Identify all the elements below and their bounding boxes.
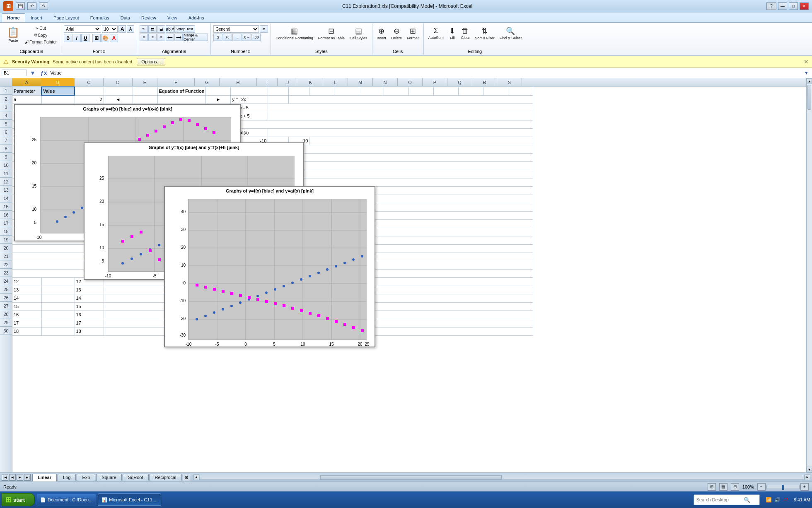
cell-G1[interactable] [206, 87, 231, 95]
cell-styles-button[interactable]: ▤ Cell Styles [348, 25, 370, 41]
alignment-expand-icon[interactable]: ⊡ [183, 50, 186, 53]
sheet-tab-sqroot[interactable]: SqRoot [123, 474, 149, 481]
tab-addins[interactable]: Add-Ins [183, 13, 210, 22]
sheet-tab-reciprocal[interactable]: Reciprocal [150, 474, 182, 481]
cell-A2[interactable]: a [12, 95, 41, 104]
cell-E2[interactable] [133, 95, 157, 104]
page-break-view-btn[interactable]: ⊟ [731, 483, 739, 491]
cell-I4[interactable] [268, 112, 533, 120]
cell-J2[interactable] [289, 95, 533, 104]
clipboard-expand-icon[interactable]: ⊡ [40, 50, 43, 53]
paste-button[interactable]: 📋 Paste [4, 25, 22, 44]
scroll-thumb-h[interactable] [320, 475, 502, 479]
fill-button[interactable]: ⬇ Fill [447, 25, 458, 41]
cell-R1[interactable] [483, 87, 508, 95]
format-cells-button[interactable]: ⊞ Format [405, 25, 421, 41]
col-header-J[interactable]: J [278, 78, 298, 86]
scroll-track-v[interactable] [807, 84, 812, 467]
undo-btn[interactable]: ↶ [27, 2, 36, 10]
scroll-track-h[interactable] [199, 475, 805, 480]
cell-A1[interactable]: Parameter [12, 87, 41, 95]
cell-I6[interactable] [268, 128, 533, 137]
row-header-17[interactable]: 17 [0, 219, 12, 227]
cell-M1[interactable] [359, 87, 384, 95]
italic-button[interactable]: I [72, 34, 81, 42]
zoom-in-btn[interactable]: + [800, 483, 809, 491]
cell-B1[interactable]: Value [41, 87, 75, 95]
row-header-1[interactable]: 1 [0, 87, 12, 95]
cell-C27[interactable]: 15 [75, 302, 104, 311]
cell-B24[interactable] [41, 277, 75, 286]
insert-cells-button[interactable]: ⊕ Insert [375, 25, 389, 41]
decrease-font-btn[interactable]: A [127, 25, 134, 33]
comma-btn[interactable]: , [232, 34, 242, 41]
bold-button[interactable]: B [64, 34, 72, 42]
tab-page-layout[interactable]: Page Layout [48, 13, 85, 22]
cell-A27[interactable]: 15 [12, 302, 41, 311]
conditional-formatting-button[interactable]: ▦ Conditional Formatting [273, 25, 315, 41]
col-header-L[interactable]: L [323, 78, 348, 86]
cell-I1[interactable] [268, 87, 289, 95]
wrap-text-button[interactable]: Wrap Text [174, 25, 195, 33]
scroll-up-btn[interactable]: ▲ [807, 78, 812, 84]
cell-B27[interactable] [41, 302, 75, 311]
format-as-table-button[interactable]: ⊟ Format as Table [316, 25, 347, 41]
copy-button[interactable]: ⧉ Copy [23, 32, 58, 39]
chart-3[interactable]: Graphs of y=f(x) [blue] and y=af(x) [pin… [164, 186, 375, 347]
align-top-center-btn[interactable]: ⬒ [148, 25, 157, 33]
cell-C2[interactable]: -2 [75, 95, 104, 104]
row-header-10[interactable]: 10 [0, 161, 12, 169]
cell-O1[interactable] [409, 87, 434, 95]
row-header-18[interactable]: 18 [0, 227, 12, 236]
cell-K7[interactable] [309, 137, 533, 145]
tab-home[interactable]: Home [2, 13, 25, 22]
col-header-K[interactable]: K [298, 78, 323, 86]
align-top-left-btn[interactable]: ⬑ [140, 25, 148, 33]
tab-insert[interactable]: Insert [26, 13, 48, 22]
font-color-button[interactable]: A [110, 34, 118, 42]
col-header-R[interactable]: R [472, 78, 497, 86]
cell-B2[interactable] [41, 95, 75, 104]
decrease-decimal-btn[interactable]: .0→ [242, 34, 251, 41]
security-options-button[interactable]: Options... [137, 58, 165, 65]
row-header-9[interactable]: 9 [0, 153, 12, 161]
cell-F1[interactable]: Equation of Function [157, 87, 206, 95]
row-header-24[interactable]: 24 [0, 277, 12, 285]
scroll-right-btn[interactable]: ► [805, 474, 810, 480]
cell-G2[interactable]: ► [206, 95, 231, 104]
sheet-tab-log[interactable]: Log [58, 474, 76, 481]
sheet-tab-add-btn[interactable]: ⊕ [183, 474, 190, 481]
col-header-Q[interactable]: Q [447, 78, 472, 86]
indent-decrease-btn[interactable]: ⟵ [166, 34, 174, 41]
row-header-13[interactable]: 13 [0, 186, 12, 194]
cell-A29[interactable]: 17 [12, 319, 41, 327]
cell-A25[interactable]: 13 [12, 286, 41, 294]
cell-H2[interactable]: y = -2x [231, 95, 268, 104]
col-header-A[interactable]: A [12, 78, 41, 86]
cell-C26[interactable]: 14 [75, 294, 104, 302]
increase-decimal-btn[interactable]: .00 [251, 34, 261, 41]
row-header-5[interactable]: 5 [0, 120, 12, 128]
formula-bar-expand-icon[interactable]: ▼ [802, 70, 810, 75]
security-close-btn[interactable]: ✕ [804, 58, 809, 65]
cell-D2[interactable]: ◄ [104, 95, 133, 104]
merge-center-button[interactable]: Merge & Center [183, 34, 208, 41]
cell-B25[interactable] [41, 286, 75, 294]
zoom-out-btn[interactable]: − [757, 483, 766, 491]
redo-btn[interactable]: ↷ [39, 2, 48, 10]
sheet-tab-exp[interactable]: Exp [77, 474, 95, 481]
cell-C1[interactable] [75, 87, 104, 95]
cell-I2[interactable] [268, 95, 289, 104]
row-header-16[interactable]: 16 [0, 211, 12, 219]
cell-A24[interactable]: 12 [12, 277, 41, 286]
cell-C30[interactable]: 18 [75, 327, 104, 335]
font-size-select[interactable]: 10 [102, 25, 118, 33]
zoom-slider[interactable] [766, 485, 800, 489]
autosum-button[interactable]: Σ AutoSum [426, 25, 446, 41]
zoom-slider-thumb[interactable] [782, 485, 784, 490]
row-header-6[interactable]: 6 [0, 128, 12, 136]
scroll-down-btn[interactable]: ▼ [807, 467, 812, 472]
row-header-30[interactable]: 30 [0, 327, 12, 335]
minimize-btn[interactable]: — [778, 2, 787, 10]
cell-A26[interactable]: 14 [12, 294, 41, 302]
